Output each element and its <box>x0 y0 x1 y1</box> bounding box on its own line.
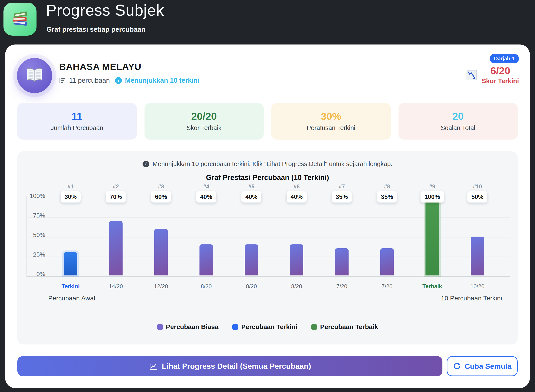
y-tick-label: 0% <box>19 271 45 278</box>
view-progress-detail-button[interactable]: Lihat Progress Detail (Semua Percubaan) <box>17 356 442 376</box>
view-progress-detail-label: Lihat Progress Detail (Semua Percubaan) <box>162 362 311 370</box>
bar-value-pill: 30% <box>61 191 81 202</box>
bar-column: #130%Terkini <box>48 183 93 276</box>
bar-column: #440%8/20 <box>184 183 229 276</box>
stat-label: Soalan Total <box>441 124 475 131</box>
x-tick-label: 7/20 <box>319 283 364 290</box>
latest-score: 6/20 <box>490 65 510 76</box>
legend-label: Percubaan Biasa <box>166 323 219 331</box>
bar-column-header: #6 <box>274 183 319 190</box>
bar-column: #270%14/20 <box>93 183 139 276</box>
x-tick-label: 7/20 <box>364 283 410 290</box>
bar-column: #9100%Terbaik <box>410 183 455 276</box>
retry-button[interactable]: Cuba Semula <box>447 356 518 376</box>
bar[interactable] <box>245 244 258 275</box>
legend-swatch <box>157 324 163 330</box>
chart-columns: #130%Terkini#270%14/20#360%12/20#440%8/2… <box>48 183 500 276</box>
bar-value-pill: 100% <box>420 191 444 202</box>
bar-column-header: #5 <box>229 183 274 190</box>
x-tick-label: Terbaik <box>410 283 455 290</box>
stat-label: Peratusan Terkini <box>307 124 355 131</box>
x-tick-label: 12/20 <box>139 283 184 290</box>
bar[interactable] <box>380 248 394 275</box>
subject-card: BAHASA MELAYU 11 percubaan i Menunjukkan… <box>5 45 530 388</box>
x-tick-label: Terkini <box>48 283 93 290</box>
buttons-row: Lihat Progress Detail (Semua Percubaan) … <box>17 356 518 376</box>
bar-column-header: #1 <box>48 183 93 190</box>
bar-column-header: #4 <box>184 183 229 190</box>
y-tick-label: 100% <box>19 192 45 200</box>
bar-value-pill: 35% <box>377 191 397 202</box>
page-title: Progress Subjek <box>46 1 164 19</box>
stat-card: 11 Jumlah Percubaan <box>17 103 137 140</box>
latest-score-label: Skor Terkini <box>482 77 519 85</box>
stat-value: 20/20 <box>191 111 217 121</box>
books-icon <box>4 3 37 36</box>
bar[interactable] <box>471 237 484 275</box>
bar[interactable] <box>154 229 168 275</box>
bar-value-pill: 40% <box>196 191 216 202</box>
bar-column: #540%8/20 <box>229 183 274 276</box>
bar-column-header: #2 <box>93 183 139 190</box>
bar[interactable] <box>109 221 123 275</box>
bar-value-pill: 60% <box>151 191 171 202</box>
open-book-icon <box>17 58 52 93</box>
stat-card: 20/20 Skor Terbaik <box>144 103 264 140</box>
bar-column: #360%12/20 <box>139 183 184 276</box>
stat-value: 20 <box>452 111 464 121</box>
info-icon: i <box>115 77 122 84</box>
info-icon: i <box>143 161 149 167</box>
recent-note: Menunjukkan 10 terkini <box>125 77 200 84</box>
stats-row: 11 Jumlah Percubaan 20/20 Skor Terbaik 3… <box>17 103 518 140</box>
legend-swatch <box>232 324 238 330</box>
bar-value-pill: 40% <box>241 191 261 202</box>
chart-info-text: Menunjukkan 10 percubaan terkini. Klik "… <box>153 160 392 168</box>
legend-item[interactable]: Percubaan Biasa <box>157 323 219 331</box>
stat-card: 20 Soalan Total <box>399 103 518 140</box>
grade-badge: Darjah 1 <box>490 54 519 63</box>
bar-column-header: #7 <box>319 183 364 190</box>
subject-meta: 11 percubaan i Menunjukkan 10 terkini <box>59 77 200 84</box>
page-subtitle: Graf prestasi setiap percubaan <box>47 26 145 33</box>
attempts-chart-icon <box>59 77 66 84</box>
y-tick-label: 50% <box>19 232 45 238</box>
bar-column-header: #8 <box>364 183 410 190</box>
axis-caption-right: 10 Percubaan Terkini <box>437 294 506 302</box>
bar-column-header: #3 <box>139 183 184 190</box>
bar-column: #640%8/20 <box>274 183 319 276</box>
legend-swatch <box>311 324 317 330</box>
x-axis <box>27 276 510 277</box>
bar[interactable] <box>200 244 213 275</box>
x-tick-label: 10/20 <box>455 283 500 290</box>
screen: Progress Subjek Graf prestasi setiap per… <box>0 0 535 392</box>
stat-label: Jumlah Percubaan <box>51 124 103 131</box>
bar[interactable] <box>64 252 77 275</box>
bar-value-pill: 70% <box>106 191 126 202</box>
bar-value-pill: 50% <box>468 191 487 202</box>
app-header: Progress Subjek Graf prestasi setiap per… <box>0 0 535 45</box>
legend-item[interactable]: Percubaan Terbaik <box>311 323 378 331</box>
legend-label: Percubaan Terbaik <box>320 323 378 331</box>
x-tick-label: 8/20 <box>229 283 274 290</box>
chart-panel: i Menunjukkan 10 percubaan terkini. Klik… <box>17 151 518 345</box>
stat-card: 30% Peratusan Terkini <box>271 103 391 140</box>
y-tick-label: 25% <box>19 251 45 258</box>
stat-value: 30% <box>321 111 341 121</box>
bar[interactable] <box>425 198 439 275</box>
legend-label: Percubaan Terkini <box>241 323 297 331</box>
axis-caption-left: Percubaan Awal <box>39 294 104 302</box>
bar[interactable] <box>335 248 349 275</box>
chart-decreasing-icon <box>466 70 478 81</box>
chart-title: Graf Prestasi Percubaan (10 Terkini) <box>17 173 518 182</box>
bar-column-header: #9 <box>410 183 455 190</box>
x-tick-label: 8/20 <box>274 283 319 290</box>
refresh-icon <box>453 362 461 370</box>
retry-label: Cuba Semula <box>465 362 511 370</box>
bar[interactable] <box>290 244 303 275</box>
latest-score-block: 6/20 Skor Terkini <box>466 65 519 85</box>
x-tick-label: 8/20 <box>184 283 229 290</box>
stat-label: Skor Terbaik <box>186 124 221 131</box>
legend-item[interactable]: Percubaan Terkini <box>232 323 297 331</box>
attempts-count: 11 percubaan <box>69 77 110 84</box>
line-chart-icon <box>149 362 158 370</box>
